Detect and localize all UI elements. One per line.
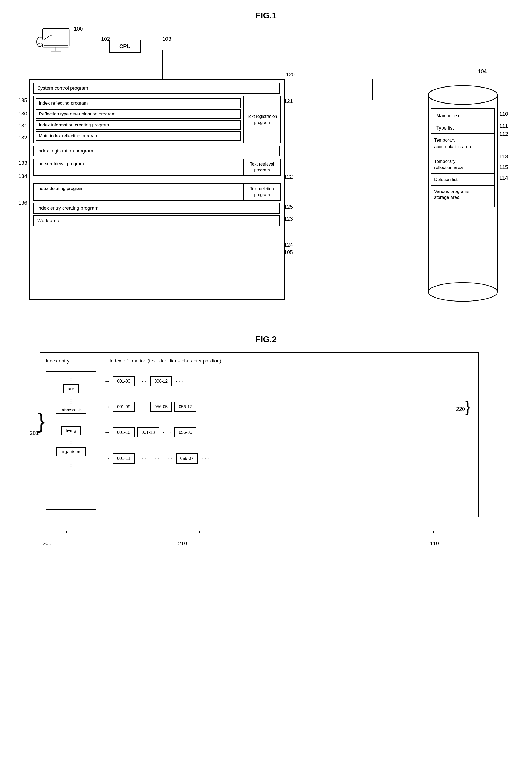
computer-icon	[35, 26, 77, 56]
svg-text:Main index: Main index	[436, 113, 459, 118]
ref-121: 121	[284, 98, 293, 104]
ref-103: 103	[162, 36, 171, 42]
arrow-are: →	[104, 378, 110, 385]
info-box-008-12: 008-12	[150, 376, 172, 387]
arrow-organisms: →	[104, 455, 110, 462]
reflection-type-program: Reflection type determination program	[36, 109, 241, 119]
ref-111: 111	[499, 123, 508, 129]
svg-text:storage area: storage area	[434, 195, 460, 200]
svg-point-16	[428, 86, 497, 104]
info-row-microscopic: → 001-09 · · · 056-05 056-17 · · ·	[104, 402, 468, 412]
ref-112: 112	[499, 131, 508, 137]
svg-rect-24	[431, 155, 495, 173]
text-deletion-label: Text deletion program	[244, 183, 281, 201]
ref-210-label: 210	[178, 541, 187, 547]
svg-text:accumulation area: accumulation area	[434, 144, 471, 149]
fig2-ref-lines	[40, 531, 492, 549]
info-box-001-11: 001-11	[113, 454, 135, 464]
ref-200-label: 200	[43, 541, 51, 547]
info-row-are: → 001-03 · · · 008-12 · · ·	[104, 376, 468, 387]
ref-133: 133	[18, 160, 27, 166]
info-box-056-17: 056-17	[174, 402, 196, 412]
fig2-col2-header: Index information (text identifier – cha…	[110, 358, 221, 364]
ref-110-label: 110	[430, 541, 439, 547]
text-retrieval-label: Text retrieval program	[244, 159, 281, 176]
index-reflecting-program: Index reflecting program	[36, 98, 241, 108]
svg-text:Deletion list: Deletion list	[434, 177, 458, 182]
ref-102: 102	[101, 36, 110, 42]
ref-110: 110	[499, 111, 508, 117]
ref-201: 201	[30, 430, 39, 436]
ref-105: 105	[284, 249, 293, 255]
cpu-box: CPU	[109, 40, 141, 53]
info-row-organisms: → 001-11 · · · · · · · · · 056-07 · · ·	[104, 454, 468, 464]
index-retrieval-program: Index retrieval program	[33, 159, 244, 176]
entry-dots-2: ⋮	[68, 399, 74, 404]
index-info-area: → 001-03 · · · 008-12 · · · → 001-09 · ·…	[104, 371, 468, 464]
ref-131: 131	[18, 123, 27, 129]
ref-115: 115	[499, 164, 508, 170]
svg-rect-1	[44, 30, 68, 45]
fig1-title: FIG.1	[13, 0, 519, 20]
ref-104: 104	[478, 68, 487, 74]
svg-text:Type list: Type list	[436, 125, 454, 131]
index-entry-creating-program: Index entry creating program	[33, 203, 280, 214]
arrow-microscopic: →	[104, 404, 110, 411]
entry-dots-3: ⋮	[68, 419, 74, 425]
info-row-living: → 001-10 001-13 · · · 056-06	[104, 428, 468, 438]
ref-101: 101	[35, 42, 43, 48]
svg-text:Various programs: Various programs	[434, 189, 469, 194]
ref-120: 120	[286, 72, 295, 78]
info-box-056-05: 056-05	[150, 402, 172, 412]
info-box-001-09: 001-09	[113, 402, 135, 412]
info-box-056-07: 056-07	[176, 454, 198, 464]
main-memory-box: 120 System control program 135 Index ref…	[29, 79, 285, 300]
index-registration-program: Index registration program	[33, 146, 280, 156]
index-entry-column: ⋮ are ⋮ microscopic ⋮ living	[46, 371, 96, 510]
ref-134: 134	[18, 173, 27, 179]
info-box-001-13: 001-13	[137, 428, 159, 438]
ref-136: 136	[18, 200, 27, 206]
ref-122: 122	[284, 174, 293, 180]
ref-130: 130	[18, 111, 27, 117]
info-box-001-03: 001-03	[113, 376, 135, 387]
index-deleting-program: Index deleting program	[33, 183, 244, 201]
svg-text:reflection area: reflection area	[434, 165, 463, 170]
entry-dots-5: ⋮	[46, 462, 96, 467]
ref-132: 132	[18, 135, 27, 141]
svg-text:Temporary: Temporary	[434, 159, 456, 164]
ref-114: 114	[499, 175, 508, 181]
info-box-001-10: 001-10	[113, 428, 135, 438]
entry-word-organisms: organisms	[56, 447, 86, 457]
ref-135: 135	[18, 97, 27, 103]
main-index-reflecting-program: Main index reflecting program	[36, 131, 241, 141]
text-registration-label: Text registration program	[244, 96, 281, 143]
index-info-creating-program: Index information creating program	[36, 120, 241, 130]
ref-125: 125	[284, 204, 293, 210]
entry-dots-4: ⋮	[68, 441, 74, 446]
system-control-program: System control program	[33, 83, 280, 94]
info-box-056-06: 056-06	[174, 428, 196, 438]
ref-113: 113	[499, 153, 508, 160]
ref-220: 220	[456, 406, 465, 412]
svg-text:Temporary: Temporary	[434, 138, 456, 143]
ref-124: 124	[284, 242, 293, 248]
entry-word-microscopic: microscopic	[56, 406, 86, 414]
fig2-col1-header: Index entry	[46, 358, 99, 364]
fig2-main-box: Index entry Index information (text iden…	[40, 352, 479, 517]
ref-123: 123	[284, 216, 293, 222]
entry-word-living: living	[61, 426, 81, 435]
arrow-living: →	[104, 429, 110, 436]
entry-dots-1: ⋮	[68, 377, 74, 383]
entry-word-are: are	[63, 384, 79, 393]
ref-100: 100	[74, 26, 83, 32]
svg-point-15	[428, 282, 497, 301]
fig2-title: FIG.2	[13, 334, 519, 344]
database-cylinder: Main index Type list Temporary accumulat…	[423, 84, 503, 303]
work-area: Work area	[33, 215, 280, 226]
